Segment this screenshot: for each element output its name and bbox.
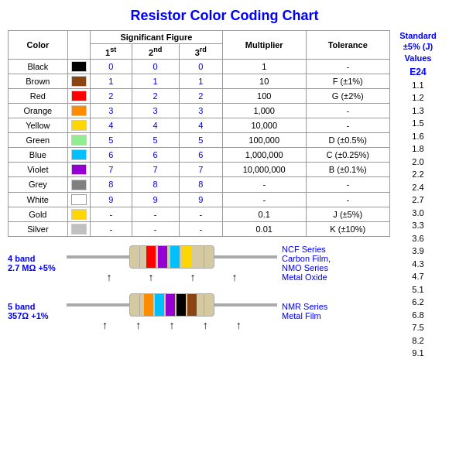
sf3-cell: - — [179, 207, 222, 221]
e24-value: 2.2 — [395, 168, 441, 181]
color-name-cell: Violet — [9, 163, 68, 177]
sf2-cell: 1 — [132, 74, 179, 88]
e24-value: 2.0 — [395, 156, 441, 169]
e24-values: 1.11.21.31.51.61.82.02.22.42.73.03.33.63… — [395, 79, 441, 360]
four-band-label: 4 band 2.7 MΩ +5% — [8, 254, 62, 272]
e24-value: 9.1 — [395, 347, 441, 360]
resistor-band — [158, 246, 167, 268]
e24-value: 3.6 — [395, 232, 441, 245]
sf3-cell: 6 — [179, 148, 222, 163]
color-name-cell: Orange — [9, 103, 68, 118]
tolerance-cell: B (±0.1%) — [306, 163, 389, 177]
sf2-cell: - — [132, 207, 179, 221]
sf3-cell: 3 — [179, 103, 222, 118]
multiplier-cell: 1 — [222, 59, 306, 74]
color-name-cell: Silver — [9, 221, 68, 236]
band-section: 4 band 2.7 MΩ +5% ↑↑↑↑ — [8, 243, 390, 331]
color-swatch-cell — [67, 88, 90, 103]
resistor-band — [187, 294, 197, 316]
e24-value: 6.8 — [395, 309, 441, 322]
color-swatch-cell — [67, 103, 90, 118]
sf2-cell: 5 — [132, 133, 179, 148]
sf3-cell: 2 — [179, 88, 222, 103]
multiplier-cell: 1,000 — [222, 103, 306, 118]
sf3-cell: 0 — [179, 59, 222, 74]
resistor-band — [177, 294, 186, 316]
color-swatch-cell — [67, 133, 90, 148]
resistor-band — [170, 246, 180, 268]
multiplier-cell: 1,000,000 — [222, 148, 306, 163]
sf3-cell: 9 — [179, 192, 222, 207]
multiplier-cell: 10,000,000 — [222, 163, 306, 177]
sf2-header: 2nd — [132, 44, 179, 60]
multiplier-cell: 100,000 — [222, 133, 306, 148]
sf2-cell: 9 — [132, 192, 179, 207]
tolerance-cell: F (±1%) — [306, 74, 389, 88]
sf1-cell: 3 — [90, 103, 132, 118]
e24-value: 7.5 — [395, 321, 441, 334]
sf1-cell: 9 — [90, 192, 132, 207]
tolerance-cell: C (±0.25%) — [306, 148, 389, 163]
multiplier-cell: 10 — [222, 74, 306, 88]
standard-label: Standard ±5% (J) Values — [395, 30, 441, 63]
sf2-cell: 6 — [132, 148, 179, 163]
four-band-row: 4 band 2.7 MΩ +5% ↑↑↑↑ — [8, 243, 390, 283]
four-band-desc: NCF Series Carbon Film, NMO Series Metal… — [282, 245, 390, 282]
tolerance-cell: D (±0.5%) — [306, 133, 389, 148]
sf3-cell: 1 — [179, 74, 222, 88]
e24-value: 3.3 — [395, 219, 441, 232]
e24-value: 2.4 — [395, 181, 441, 194]
color-name-cell: Red — [9, 88, 68, 103]
multiplier-cell: 0.1 — [222, 207, 306, 221]
resistor-band — [183, 246, 192, 268]
multiplier-cell: - — [222, 177, 306, 192]
color-name-cell: Grey — [9, 177, 68, 192]
color-name-cell: Brown — [9, 74, 68, 88]
color-swatch-cell — [67, 148, 90, 163]
sf2-cell: 3 — [132, 103, 179, 118]
color-swatch-cell — [67, 74, 90, 88]
e24-value: 4.7 — [395, 270, 441, 283]
multiplier-header: Multiplier — [222, 31, 306, 60]
e24-value: 4.3 — [395, 258, 441, 271]
sf1-header: 1st — [90, 44, 132, 60]
color-name-cell: Gold — [9, 207, 68, 221]
resistor-band — [155, 294, 164, 316]
sf2-cell: - — [132, 221, 179, 236]
resistor-band — [146, 246, 156, 268]
tolerance-header: Tolerance — [306, 31, 389, 60]
sf2-cell: 4 — [132, 118, 179, 133]
e24-value: 2.7 — [395, 193, 441, 207]
sf3-header: 3rd — [179, 44, 222, 60]
sf1-cell: 1 — [90, 74, 132, 88]
e24-value: 1.6 — [395, 130, 441, 143]
multiplier-cell: 100 — [222, 88, 306, 103]
sf3-cell: - — [179, 221, 222, 236]
resistor-band — [144, 294, 153, 316]
color-name-cell: Blue — [9, 148, 68, 163]
tolerance-cell: G (±2%) — [306, 88, 389, 103]
e24-value: 1.3 — [395, 104, 441, 118]
sf2-cell: 2 — [132, 88, 179, 103]
color-swatch-cell — [67, 59, 90, 74]
e24-value: 6.2 — [395, 296, 441, 309]
color-swatch-cell — [67, 118, 90, 133]
sf3-cell: 7 — [179, 163, 222, 177]
tolerance-cell: - — [306, 59, 389, 74]
sf1-cell: 4 — [90, 118, 132, 133]
tolerance-cell: J (±5%) — [306, 207, 389, 221]
tolerance-cell: - — [306, 103, 389, 118]
color-name-cell: White — [9, 192, 68, 207]
e24-value: 1.8 — [395, 142, 441, 156]
five-band-label: 5 band 357Ω +1% — [8, 302, 62, 320]
sf1-cell: - — [90, 221, 132, 236]
sf3-cell: 8 — [179, 177, 222, 192]
multiplier-cell: 0.01 — [222, 221, 306, 236]
e24-value: 1.1 — [395, 79, 441, 92]
sf1-cell: 0 — [90, 59, 132, 74]
sf1-cell: 8 — [90, 177, 132, 192]
color-swatch-cell — [67, 207, 90, 221]
color-name-cell: Black — [9, 59, 68, 74]
resistor-band — [166, 294, 175, 316]
tolerance-cell: - — [306, 177, 389, 192]
